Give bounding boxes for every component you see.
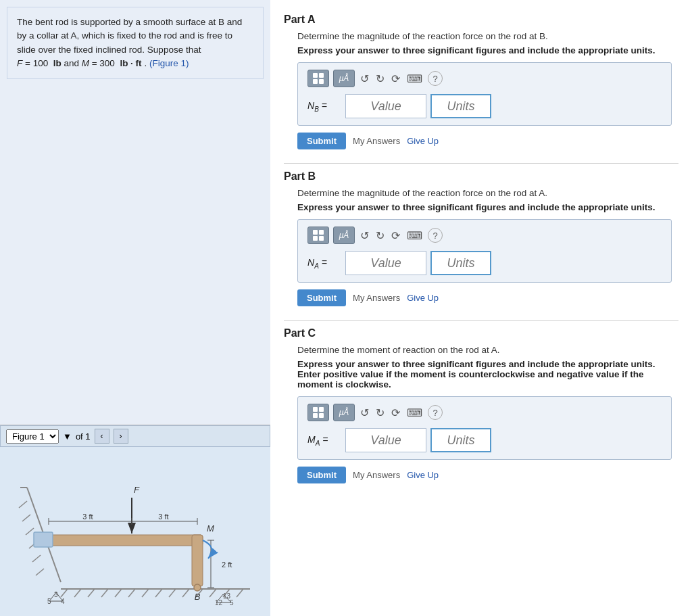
svg-text:3 ft: 3 ft — [82, 513, 93, 521]
part-c-answer-box: μÅ ↺ ↻ ⟳ ⌨ ? MA = — [297, 396, 672, 460]
svg-text:2 ft: 2 ft — [222, 561, 232, 569]
part-c-my-answers[interactable]: My Answers — [353, 470, 400, 480]
part-b-give-up[interactable]: Give Up — [407, 293, 439, 303]
part-a-section: Part A Determine the magnitude of the re… — [284, 14, 678, 164]
svg-text:B: B — [195, 592, 201, 602]
undo-button-b[interactable]: ↺ — [359, 229, 370, 242]
part-c-give-up[interactable]: Give Up — [407, 470, 439, 480]
figure-svg: B A M F 3 ft 3 ft — [0, 447, 270, 616]
mu-button-c[interactable]: μÅ — [333, 404, 355, 421]
part-a-my-answers[interactable]: My Answers — [353, 136, 400, 146]
redo-button-c[interactable]: ↻ — [374, 406, 386, 419]
part-a-submit-button[interactable]: Submit — [297, 133, 346, 149]
problem-statement: The bent rod is supported by a smooth su… — [7, 7, 264, 79]
part-c-units-input[interactable] — [430, 428, 491, 452]
part-a-toolbar: μÅ ↺ ↻ ⟳ ⌨ ? — [307, 70, 662, 87]
part-c-toolbar: μÅ ↺ ↻ ⟳ ⌨ ? — [307, 404, 662, 421]
part-a-variable: NB = — [307, 100, 341, 113]
part-a-description: Determine the magnitude of the reaction … — [297, 31, 678, 41]
part-a-input-row: NB = — [307, 94, 662, 118]
part-c-actions: Submit My Answers Give Up — [297, 467, 678, 483]
refresh-button-c[interactable]: ⟳ — [390, 406, 401, 419]
undo-button-c[interactable]: ↺ — [359, 406, 370, 419]
undo-button-a[interactable]: ↺ — [359, 72, 370, 85]
refresh-button-a[interactable]: ⟳ — [390, 72, 401, 85]
figure-select[interactable]: Figure 1 — [6, 429, 59, 444]
figure-of-text: of 1 — [76, 431, 91, 442]
part-b-value-input[interactable] — [345, 251, 426, 275]
problem-equation: F = 100 lb and M = 300 lb · ft . — [17, 58, 149, 68]
part-a-value-input[interactable] — [345, 94, 426, 118]
part-c-description: Determine the moment of reaction on the … — [297, 345, 678, 355]
part-c-submit-button[interactable]: Submit — [297, 467, 346, 483]
part-a-instruction: Express your answer to three significant… — [297, 45, 678, 55]
problem-text-body: The bent rod is supported by a smooth su… — [17, 17, 242, 55]
figure-panel: Figure 1 ▼ of 1 ‹ › — [0, 425, 270, 616]
refresh-button-b[interactable]: ⟳ — [390, 229, 401, 242]
part-c-variable: MA = — [307, 434, 341, 447]
part-b-actions: Submit My Answers Give Up — [297, 289, 678, 306]
svg-text:F: F — [134, 485, 140, 495]
svg-text:3 ft: 3 ft — [158, 513, 168, 521]
part-b-units-input[interactable] — [430, 251, 491, 275]
figure-link[interactable]: (Figure 1) — [149, 58, 189, 68]
svg-rect-30 — [34, 532, 53, 547]
part-a-title: Part A — [284, 14, 678, 26]
part-b-description: Determine the magnitude of the reaction … — [297, 188, 678, 198]
grid-icon-b — [313, 230, 324, 241]
redo-button-a[interactable]: ↻ — [374, 72, 386, 85]
part-a-give-up[interactable]: Give Up — [407, 136, 439, 146]
help-button-b[interactable]: ? — [428, 228, 443, 243]
svg-text:M: M — [207, 523, 214, 534]
redo-button-b[interactable]: ↻ — [374, 229, 386, 242]
part-b-toolbar: μÅ ↺ ↻ ⟳ ⌨ ? — [307, 227, 662, 244]
part-b-instruction: Express your answer to three significant… — [297, 202, 678, 212]
part-a-answer-box: μÅ ↺ ↻ ⟳ ⌨ ? NB = — [297, 62, 672, 126]
part-b-input-row: NA = — [307, 251, 662, 275]
svg-rect-0 — [7, 447, 264, 616]
figure-next-button[interactable]: › — [114, 429, 128, 444]
mu-button-b[interactable]: μÅ — [333, 227, 355, 244]
svg-point-26 — [194, 584, 201, 591]
part-b-section: Part B Determine the magnitude of the re… — [284, 170, 678, 321]
figure-image: B A M F 3 ft 3 ft — [0, 447, 270, 616]
part-b-variable: NA = — [307, 257, 341, 270]
mu-button-a[interactable]: μÅ — [333, 70, 355, 87]
keyboard-button-b[interactable]: ⌨ — [405, 229, 424, 242]
figure-prev-button[interactable]: ‹ — [95, 429, 109, 444]
grid-button-c[interactable] — [307, 404, 329, 421]
keyboard-button-c[interactable]: ⌨ — [405, 406, 424, 419]
help-button-c[interactable]: ? — [428, 405, 443, 420]
grid-icon-c — [313, 407, 324, 418]
part-b-answer-box: μÅ ↺ ↻ ⟳ ⌨ ? NA = — [297, 219, 672, 283]
part-c-title: Part C — [284, 327, 678, 339]
part-a-units-input[interactable] — [430, 94, 491, 118]
part-b-my-answers[interactable]: My Answers — [353, 293, 400, 303]
svg-rect-25 — [192, 535, 203, 586]
part-b-title: Part B — [284, 170, 678, 183]
figure-toolbar: Figure 1 ▼ of 1 ‹ › — [0, 425, 270, 447]
figure-of-label: ▼ — [63, 431, 72, 442]
part-c-input-row: MA = — [307, 428, 662, 452]
part-a-actions: Submit My Answers Give Up — [297, 133, 678, 149]
help-button-a[interactable]: ? — [428, 71, 443, 86]
part-b-submit-button[interactable]: Submit — [297, 289, 346, 306]
left-panel: The bent rod is supported by a smooth su… — [0, 0, 270, 616]
part-c-section: Part C Determine the moment of reaction … — [284, 327, 678, 497]
grid-button-a[interactable] — [307, 70, 329, 87]
svg-rect-24 — [47, 535, 203, 546]
grid-button-b[interactable] — [307, 227, 329, 244]
part-c-instruction: Express your answer to three significant… — [297, 359, 678, 389]
part-c-value-input[interactable] — [345, 428, 426, 452]
grid-icon-a — [313, 73, 324, 84]
right-panel: Part A Determine the magnitude of the re… — [270, 0, 692, 616]
keyboard-button-a[interactable]: ⌨ — [405, 72, 424, 85]
